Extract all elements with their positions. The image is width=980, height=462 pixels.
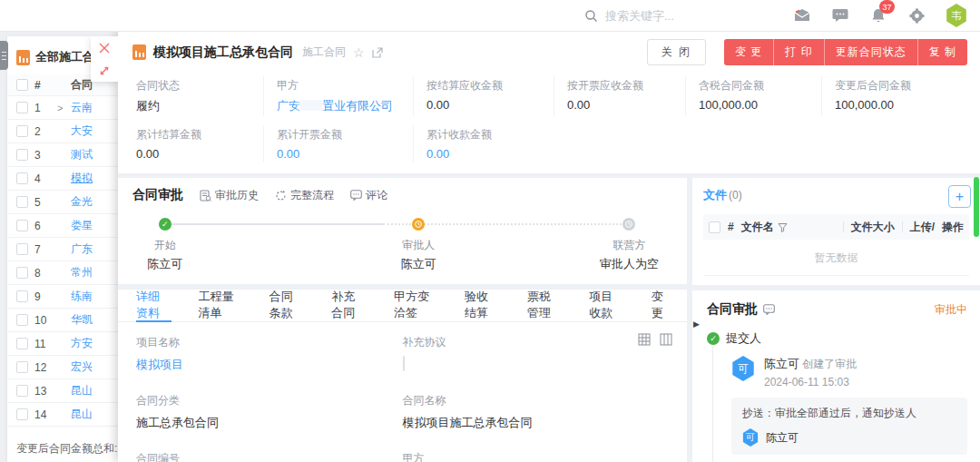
row-checkbox[interactable] xyxy=(16,267,28,279)
row-checkbox[interactable] xyxy=(16,243,28,255)
comment-icon[interactable] xyxy=(763,304,775,315)
row-checkbox[interactable] xyxy=(16,172,28,184)
copy-button[interactable]: 复 制 xyxy=(917,39,967,65)
table-row[interactable]: 1>云南 xyxy=(7,96,118,120)
contract-link[interactable]: 金光 xyxy=(71,194,93,210)
mail-icon[interactable] xyxy=(793,6,811,25)
party-a-link[interactable]: 广安置业有限公司 xyxy=(277,99,393,113)
check-circle-icon: ✓ xyxy=(159,218,172,231)
filter-icon[interactable] xyxy=(778,222,788,232)
print-button[interactable]: 打 印 xyxy=(773,39,823,65)
close-icon[interactable] xyxy=(91,36,118,59)
cc-note-box: 抄送：审批全部通过后，通知抄送人 可 陈立可 xyxy=(731,398,967,455)
check-circle-icon: ✓ xyxy=(707,332,720,345)
table-row[interactable]: 10华凯 xyxy=(7,309,118,332)
comment-link[interactable]: 评论 xyxy=(350,188,387,203)
tab-boq[interactable]: 工程量清单 xyxy=(199,290,242,322)
table-row[interactable]: 3测试 xyxy=(7,143,118,167)
table-row[interactable]: 6娄星 xyxy=(7,214,118,238)
grid-view-icon[interactable] xyxy=(638,333,651,346)
tab-terms[interactable]: 合同条款 xyxy=(270,290,305,322)
gear-icon[interactable] xyxy=(907,6,926,25)
full-process-link[interactable]: 完整流程 xyxy=(275,188,334,203)
contract-link[interactable]: 方安 xyxy=(71,336,93,351)
tab-detail-info[interactable]: 详细资料 xyxy=(136,290,172,322)
field-invoice-receivable: 按开票应收金额 0.00 xyxy=(554,76,685,116)
table-row[interactable]: 13昆山 xyxy=(7,379,118,403)
contract-link[interactable]: 云南 xyxy=(71,100,93,115)
row-checkbox[interactable] xyxy=(16,220,28,231)
contract-link[interactable]: 昆山 xyxy=(71,407,93,422)
project-link[interactable]: 模拟项目 xyxy=(136,358,183,371)
contract-link[interactable]: 测试 xyxy=(71,147,93,162)
chat-icon[interactable] xyxy=(831,6,849,25)
column-view-icon[interactable] xyxy=(660,333,672,346)
contract-link[interactable]: 大安 xyxy=(71,123,93,139)
change-button[interactable]: 变 更 xyxy=(724,39,773,65)
row-checkbox[interactable] xyxy=(16,102,28,113)
field-supplement: 补充协议 xyxy=(403,335,670,373)
contract-link[interactable]: 常州 xyxy=(71,265,93,280)
row-checkbox[interactable] xyxy=(16,408,28,420)
contract-link[interactable]: 练南 xyxy=(71,289,93,304)
select-all-checkbox[interactable] xyxy=(16,79,28,91)
field-project-name: 项目名称 模拟项目 xyxy=(136,335,403,373)
select-all-checkbox[interactable] xyxy=(709,221,720,233)
table-row[interactable]: 12宏兴 xyxy=(7,356,118,379)
files-table-header: # 文件名 文件大小 上传/ 操作 xyxy=(703,214,969,240)
sum-footer: 变更后合同金额总和: xyxy=(16,441,117,457)
timestamp: 2024-06-11 15:03 xyxy=(764,376,857,388)
row-checkbox[interactable] xyxy=(16,314,28,326)
contract-link[interactable]: 华凯 xyxy=(71,312,93,328)
search-input[interactable] xyxy=(605,9,723,23)
scrollbar-thumb[interactable] xyxy=(974,177,979,237)
row-checkbox[interactable] xyxy=(16,125,28,137)
approval-history-link[interactable]: 审批历史 xyxy=(200,188,259,203)
tab-receipts[interactable]: 项目收款 xyxy=(589,290,624,322)
open-external-icon[interactable] xyxy=(372,47,383,58)
field-tax-amount: 含税合同金额 100,000.00 xyxy=(685,76,821,116)
table-row[interactable]: 4模拟 xyxy=(7,167,118,191)
table-row[interactable]: 14昆山 xyxy=(7,403,118,427)
table-row[interactable]: 11方安 xyxy=(7,332,118,356)
tab-tax[interactable]: 票税管理 xyxy=(527,290,563,322)
update-status-button[interactable]: 更新合同状态 xyxy=(824,39,917,65)
global-search[interactable] xyxy=(584,9,739,23)
contract-link[interactable]: 昆山 xyxy=(71,383,93,398)
total-received-link[interactable]: 0.00 xyxy=(426,147,449,161)
row-checkbox[interactable] xyxy=(16,196,28,208)
row-checkbox[interactable] xyxy=(16,338,28,349)
total-invoiced-link[interactable]: 0.00 xyxy=(277,147,299,161)
table-row[interactable]: 5金光 xyxy=(7,191,118,214)
table-row[interactable]: 2大安 xyxy=(7,120,118,143)
row-checkbox[interactable] xyxy=(16,361,28,373)
supplement-checkbox[interactable] xyxy=(403,356,405,371)
tab-change-sign[interactable]: 甲方变洽签 xyxy=(394,290,437,322)
tab-supplement[interactable]: 补充合同 xyxy=(331,290,367,322)
expand-caret-icon[interactable]: > xyxy=(57,103,64,113)
row-checkbox[interactable] xyxy=(16,385,28,397)
contract-link[interactable]: 娄星 xyxy=(71,218,93,233)
contract-link[interactable]: 广东 xyxy=(71,241,93,257)
table-row[interactable]: 8常州 xyxy=(7,261,118,285)
contract-summary: 合同状态 履约 甲方 广安置业有限公司 按结算应收金额 0.00 按开票应收金额… xyxy=(118,71,980,173)
contract-link-active[interactable]: 模拟 xyxy=(71,171,93,186)
close-button[interactable]: 关 闭 xyxy=(647,39,706,65)
expand-icon[interactable] xyxy=(91,59,118,82)
user-avatar[interactable]: 韦 xyxy=(946,4,967,27)
row-checkbox[interactable] xyxy=(16,149,28,161)
favorite-star-icon[interactable]: ☆ xyxy=(353,45,365,60)
collapse-panel-icon[interactable]: ▶ xyxy=(693,319,700,329)
tab-changes[interactable]: 变更 xyxy=(652,290,669,322)
bell-icon[interactable]: 37 xyxy=(869,6,887,25)
clock-icon xyxy=(412,218,425,231)
contract-link[interactable]: 宏兴 xyxy=(71,359,93,375)
approval-panel-title: 合同审批 xyxy=(707,301,758,318)
sidebar-collapse-handle[interactable] xyxy=(0,41,8,70)
contract-doc-icon xyxy=(132,44,146,60)
tab-acceptance[interactable]: 验收结算 xyxy=(465,290,500,322)
row-checkbox[interactable] xyxy=(16,290,28,302)
table-row[interactable]: 9练南 xyxy=(7,285,118,309)
table-row[interactable]: 7广东 xyxy=(7,238,118,261)
add-file-button[interactable]: + xyxy=(948,185,971,208)
